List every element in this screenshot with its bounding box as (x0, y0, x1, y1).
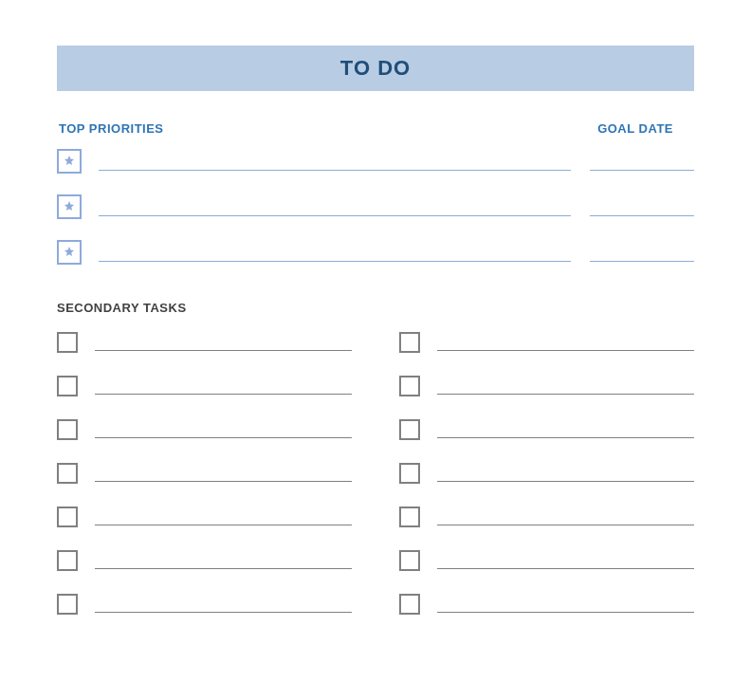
secondary-row (399, 594, 694, 615)
task-checkbox[interactable] (57, 594, 78, 615)
priority-row (57, 240, 694, 265)
secondary-task-input[interactable] (437, 394, 694, 395)
top-priorities-label: TOP PRIORITIES (59, 121, 164, 136)
task-checkbox[interactable] (57, 507, 78, 527)
task-checkbox[interactable] (399, 419, 420, 440)
secondary-task-input[interactable] (95, 612, 352, 613)
task-checkbox[interactable] (399, 550, 420, 571)
task-checkbox[interactable] (399, 332, 420, 353)
secondary-column-left (57, 332, 352, 637)
secondary-row (57, 419, 352, 440)
title-bar: TO DO (57, 46, 694, 91)
priority-rows (57, 149, 694, 265)
secondary-task-input[interactable] (95, 394, 352, 395)
secondary-task-input[interactable] (437, 568, 694, 569)
priority-checkbox[interactable] (57, 240, 82, 265)
secondary-row (399, 463, 694, 484)
priority-task-input[interactable] (99, 170, 571, 171)
priority-task-input[interactable] (99, 261, 571, 262)
secondary-task-input[interactable] (95, 437, 352, 438)
goal-date-label: GOAL DATE (597, 121, 673, 136)
task-checkbox[interactable] (57, 376, 78, 396)
priority-row (57, 194, 694, 219)
task-checkbox[interactable] (57, 550, 78, 571)
secondary-task-input[interactable] (95, 568, 352, 569)
star-icon (64, 153, 75, 170)
secondary-row (399, 419, 694, 440)
goal-date-input[interactable] (590, 215, 694, 216)
task-checkbox[interactable] (57, 332, 78, 353)
secondary-row (57, 332, 352, 353)
star-icon (64, 198, 75, 215)
task-checkbox[interactable] (57, 419, 78, 440)
secondary-task-input[interactable] (437, 525, 694, 525)
secondary-task-input[interactable] (437, 481, 694, 482)
page-title: TO DO (340, 56, 411, 81)
goal-date-input[interactable] (590, 261, 694, 262)
secondary-row (57, 507, 352, 527)
secondary-task-input[interactable] (437, 350, 694, 351)
secondary-task-input[interactable] (95, 525, 352, 525)
priority-checkbox[interactable] (57, 149, 82, 174)
secondary-row (57, 463, 352, 484)
goal-date-input[interactable] (590, 170, 694, 171)
task-checkbox[interactable] (399, 594, 420, 615)
secondary-task-input[interactable] (437, 437, 694, 438)
secondary-tasks-label: SECONDARY TASKS (57, 301, 694, 315)
task-checkbox[interactable] (399, 507, 420, 527)
priority-checkbox[interactable] (57, 194, 82, 219)
secondary-task-input[interactable] (437, 612, 694, 613)
secondary-row (399, 507, 694, 527)
priority-task-input[interactable] (99, 215, 571, 216)
secondary-grid (57, 332, 694, 637)
secondary-row (399, 332, 694, 353)
secondary-row (399, 376, 694, 396)
star-icon (64, 244, 75, 261)
secondary-row (57, 550, 352, 571)
task-checkbox[interactable] (57, 463, 78, 484)
secondary-column-right (399, 332, 694, 637)
priorities-header: TOP PRIORITIES GOAL DATE (57, 121, 694, 136)
secondary-row (399, 550, 694, 571)
secondary-task-input[interactable] (95, 481, 352, 482)
task-checkbox[interactable] (399, 463, 420, 484)
secondary-task-input[interactable] (95, 350, 352, 351)
task-checkbox[interactable] (399, 376, 420, 396)
secondary-row (57, 376, 352, 396)
priority-row (57, 149, 694, 174)
secondary-row (57, 594, 352, 615)
